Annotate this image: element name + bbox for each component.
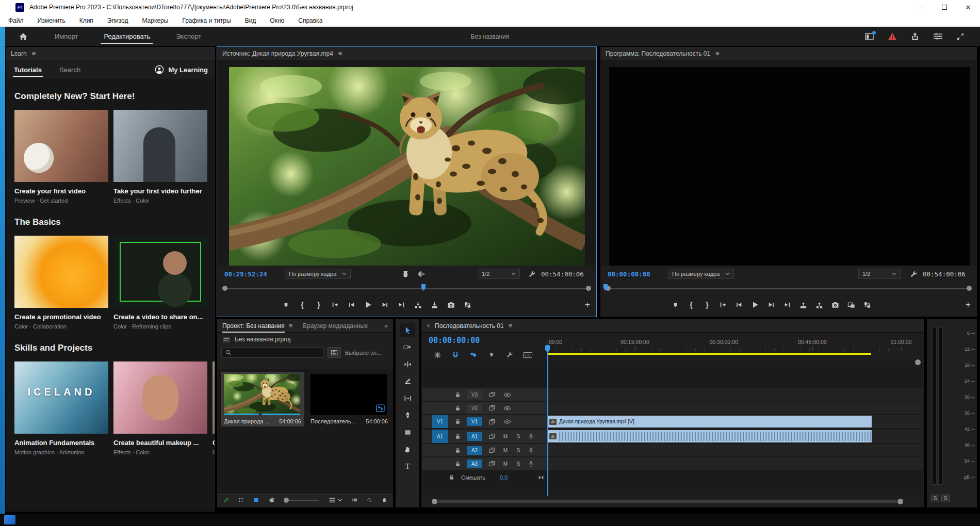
- settings-wrench-icon[interactable]: [909, 269, 918, 279]
- lock-icon[interactable]: [453, 391, 462, 398]
- track-lane[interactable]: [546, 444, 923, 457]
- search-input[interactable]: [221, 347, 323, 358]
- lock-icon[interactable]: [447, 474, 456, 481]
- mark-in-icon[interactable]: {: [687, 300, 696, 310]
- my-learning-button[interactable]: My Learning: [155, 65, 208, 74]
- scrub-track[interactable]: [224, 288, 589, 289]
- play-icon[interactable]: [364, 300, 373, 310]
- add-marker-icon[interactable]: [487, 350, 496, 359]
- list-view-icon[interactable]: [238, 496, 244, 504]
- tab-project[interactable]: Проект: Без названия: [222, 322, 285, 330]
- tab-edit[interactable]: Редактировать: [101, 27, 153, 46]
- panel-menu-icon[interactable]: ≡: [715, 50, 720, 57]
- learn-card[interactable]: Create a video to share on... Color · Re…: [113, 236, 207, 330]
- step-back-icon[interactable]: [734, 300, 744, 310]
- panel-menu-icon[interactable]: ≡: [509, 322, 513, 330]
- program-resolution-select[interactable]: 1/2: [858, 269, 901, 279]
- video-clip[interactable]: fx Дикая природа Уругвая.mp4 [V]: [548, 416, 872, 428]
- scroll-handle-left[interactable]: [432, 499, 437, 504]
- tab-media-browser[interactable]: Браузер медиаданных: [303, 322, 368, 330]
- timeline-vertical-scrollbar[interactable]: [916, 359, 920, 380]
- sequence-thumbnail[interactable]: [311, 374, 387, 415]
- source-patch-v1[interactable]: V1: [432, 415, 448, 428]
- menu-file[interactable]: Файл: [8, 17, 24, 24]
- track-name-a3[interactable]: A3: [467, 459, 482, 468]
- sync-lock-icon[interactable]: [487, 391, 497, 398]
- learn-card[interactable]: Create beautiful makeup ... Effects · Co…: [113, 361, 207, 455]
- toggle-track-output-icon[interactable]: [502, 404, 512, 412]
- menu-edit[interactable]: Изменить: [38, 17, 66, 24]
- comparison-view-icon[interactable]: [846, 300, 856, 310]
- learn-card[interactable]: C Co: [213, 361, 215, 455]
- search-bin-button[interactable]: [328, 347, 341, 358]
- toggle-track-output-icon[interactable]: [502, 418, 512, 425]
- voiceover-mic-icon[interactable]: [527, 433, 535, 440]
- program-current-timecode[interactable]: 00:00:00:00: [608, 270, 650, 278]
- thumbnail-zoom-slider[interactable]: [284, 500, 319, 501]
- panel-menu-icon[interactable]: ≡: [32, 50, 36, 57]
- nest-toggle-icon[interactable]: [433, 350, 442, 359]
- mark-in-icon[interactable]: {: [298, 300, 307, 310]
- go-to-in-icon[interactable]: [718, 300, 728, 310]
- playhead-line[interactable]: [547, 351, 548, 496]
- tab-tutorials[interactable]: Tutorials: [13, 62, 43, 78]
- snap-magnet-icon[interactable]: [451, 350, 460, 359]
- button-editor-icon[interactable]: +: [966, 300, 971, 310]
- menu-help[interactable]: Справка: [298, 17, 322, 24]
- project-item-clip[interactable]: Дикая природа ... 54:00:06: [221, 372, 304, 426]
- source-scrubber[interactable]: [217, 283, 596, 292]
- home-button[interactable]: [19, 27, 32, 46]
- scroll-handle-right[interactable]: [897, 499, 903, 504]
- step-forward-icon[interactable]: [380, 300, 389, 310]
- sync-lock-icon[interactable]: [487, 447, 497, 454]
- solo-button[interactable]: S: [514, 448, 522, 453]
- multicam-icon[interactable]: [862, 300, 872, 310]
- timeline-settings-wrench-icon[interactable]: [505, 350, 514, 359]
- zoom-handle-left[interactable]: [222, 286, 227, 291]
- go-to-out-icon[interactable]: [782, 300, 792, 310]
- zoom-handle-right[interactable]: [967, 286, 972, 291]
- voiceover-mic-icon[interactable]: [527, 447, 535, 454]
- selection-tool[interactable]: [400, 323, 415, 337]
- panel-menu-icon[interactable]: ≡: [289, 322, 293, 330]
- trash-icon[interactable]: [382, 497, 387, 504]
- go-to-in-icon[interactable]: [331, 300, 340, 310]
- quick-export-menu-icon[interactable]: [933, 32, 943, 40]
- icon-view-icon[interactable]: [253, 496, 259, 504]
- hand-tool[interactable]: [400, 442, 415, 456]
- source-patch-a1[interactable]: A1: [432, 430, 448, 443]
- insert-icon[interactable]: [413, 300, 422, 310]
- timeline-timecode[interactable]: 00:00:00:00: [429, 336, 480, 345]
- lock-icon[interactable]: [453, 405, 462, 412]
- pen-tool[interactable]: [400, 408, 415, 422]
- voiceover-mic-icon[interactable]: [527, 460, 535, 467]
- menu-graphics[interactable]: Графика и титры: [182, 17, 231, 24]
- lock-icon[interactable]: [453, 461, 462, 467]
- share-icon[interactable]: [910, 32, 920, 41]
- scrub-track[interactable]: [608, 288, 970, 289]
- ripple-edit-tool[interactable]: [400, 357, 415, 371]
- find-icon[interactable]: [367, 497, 372, 504]
- tab-export[interactable]: Экспорт: [173, 27, 204, 46]
- fullscreen-icon[interactable]: [956, 32, 965, 41]
- solo-button[interactable]: S: [514, 434, 522, 439]
- keyframe-bowtie-icon[interactable]: [537, 474, 545, 481]
- source-playhead[interactable]: [421, 284, 426, 291]
- freeform-view-icon[interactable]: [269, 496, 275, 504]
- type-tool[interactable]: T: [400, 459, 415, 473]
- step-forward-icon[interactable]: [766, 300, 776, 310]
- close-button[interactable]: ✕: [956, 0, 980, 14]
- alert-icon[interactable]: [888, 32, 897, 41]
- toggle-track-output-icon[interactable]: [502, 391, 512, 399]
- track-name-a1[interactable]: A1: [467, 432, 482, 441]
- project-item-sequence[interactable]: Последователь... 54:00:06: [307, 372, 391, 426]
- zoom-handle-right[interactable]: [586, 286, 591, 291]
- learn-card[interactable]: Take your first video further Effects · …: [113, 110, 207, 204]
- extract-icon[interactable]: [814, 300, 824, 310]
- track-name-v3[interactable]: V3: [467, 390, 482, 399]
- source-resolution-select[interactable]: 1/2: [478, 269, 520, 279]
- sync-lock-icon[interactable]: [487, 433, 497, 440]
- drag-video-icon[interactable]: [401, 269, 410, 279]
- captions-icon[interactable]: CC: [523, 350, 532, 359]
- source-current-timecode[interactable]: 00:29:52:24: [224, 270, 267, 278]
